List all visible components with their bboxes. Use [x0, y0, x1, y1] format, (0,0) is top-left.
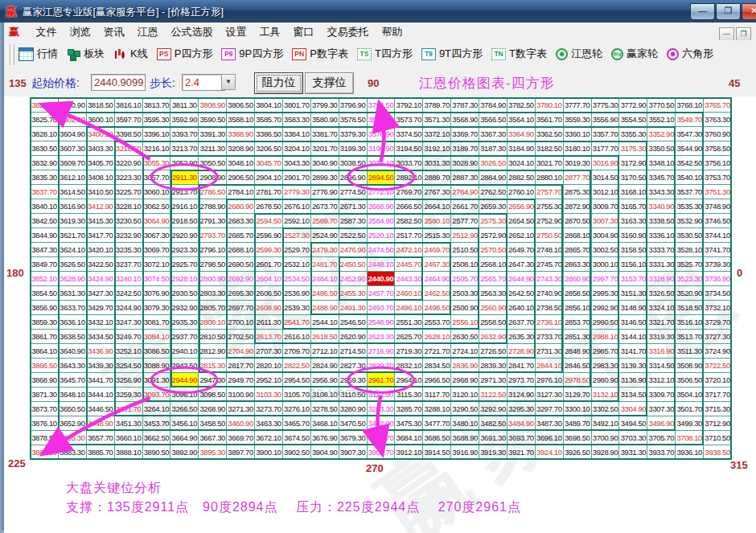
grid-cell: 2805.70 — [199, 301, 227, 315]
grid-cell: 2572.90 — [479, 228, 507, 243]
controls-row: 135 起始价格: 2440.9099 步长: 2.4 ▼ 阻力位 支撑位 90… — [4, 69, 756, 96]
step-select[interactable]: 2.4 — [182, 74, 225, 91]
grid-cell: 3242.50 — [115, 286, 143, 301]
grid-cell: 3736.90 — [704, 272, 732, 286]
grid-cell: 3789.70 — [423, 98, 451, 113]
toolbar-item-t-table[interactable]: TNT数字表 — [491, 47, 547, 61]
grid-cell: 3861.70 — [31, 330, 59, 344]
grid-cell: 3537.70 — [676, 185, 704, 199]
grid-cell: 2956.90 — [311, 373, 339, 387]
grid-cell: 2452.90 — [339, 272, 368, 286]
grid-cell: 2443.30 — [395, 272, 423, 286]
menu-item-9[interactable]: 帮助 — [375, 23, 409, 39]
grid-cell: 3237.70 — [115, 257, 143, 272]
grid-cell: 2565.70 — [479, 272, 507, 286]
grid-cell: 3009.70 — [592, 199, 620, 214]
grid-cell: 3907.30 — [339, 445, 368, 460]
grid-cell: 2803.30 — [199, 286, 227, 301]
grid-cell: 2517.70 — [395, 228, 423, 243]
grid-cell: 3127.30 — [536, 387, 564, 402]
toolbar-item-kline[interactable]: K线 — [113, 47, 148, 61]
grid-cell: 3595.30 — [143, 113, 171, 127]
toolbar-item-9t-square[interactable]: T99T四方形 — [421, 47, 483, 61]
grid-cell: 3141.70 — [619, 344, 647, 359]
grid-cell: 2947.30 — [199, 373, 227, 387]
grid-highlight-cell: 2944.90 — [171, 373, 199, 387]
toolbar-item-p-square[interactable]: PSP四方形 — [157, 47, 213, 61]
grid-cell: 3676.90 — [311, 431, 339, 445]
grid-cell: 3388.90 — [227, 127, 255, 141]
menu-item-1[interactable]: 浏览 — [63, 23, 97, 39]
start-price-input[interactable]: 2440.9099 — [91, 74, 146, 91]
close-button[interactable]: ✕ — [742, 3, 756, 20]
toolbar-item-p-table[interactable]: PNP数字表 — [292, 47, 348, 61]
toolbar-item-label: 行情 — [37, 47, 58, 61]
grid-cell: 3604.90 — [59, 127, 87, 141]
toolbar-item-sectors[interactable]: 板块 — [67, 47, 105, 61]
grid-cell: 3552.10 — [647, 113, 676, 127]
grid-cell: 3072.10 — [143, 257, 171, 272]
menu-item-4[interactable]: 公式选股 — [164, 23, 219, 39]
grid-cell: 3566.50 — [479, 113, 507, 127]
grid-cell: 2980.90 — [592, 373, 620, 387]
grid-cell: 3792.10 — [395, 98, 423, 113]
grid-cell: 3228.10 — [115, 199, 143, 214]
grid-cell: 3232.90 — [115, 228, 143, 243]
grid-cell: 3093.70 — [143, 387, 171, 402]
toolbar-item-gann-wheel[interactable]: ◉江恩轮 — [556, 47, 602, 61]
grid-cell: 3616.90 — [59, 199, 87, 214]
grid-cell: 3184.90 — [507, 141, 536, 156]
toolbar-item-9p-square[interactable]: P99P四方形 — [221, 47, 283, 61]
grid-cell: 3055.30 — [143, 156, 171, 170]
grid-cell: 2584.90 — [368, 214, 396, 228]
grid-cell: 3753.70 — [704, 170, 732, 185]
grid-cell: 3508.90 — [676, 359, 704, 373]
grid-cell: 3259.30 — [115, 387, 143, 402]
grid-cell: 3163.30 — [619, 214, 647, 228]
mdi-button-1[interactable]: ❐ — [736, 27, 751, 41]
toolbar-item-t-square[interactable]: TST四方形 — [357, 47, 413, 61]
toolbar-item-quotes[interactable]: 行情 — [18, 47, 58, 61]
grid-cell: 3026.50 — [479, 156, 507, 170]
grid-cell: 3069.70 — [143, 243, 171, 257]
menu-item-0[interactable]: 文件 — [29, 23, 63, 39]
menu-item-5[interactable]: 设置 — [219, 23, 253, 39]
mdi-button-0[interactable]: — — [719, 27, 734, 41]
grid-cell: 3194.50 — [395, 141, 423, 156]
grid-cell: 3110.50 — [339, 387, 368, 402]
grid-cell: 3628.90 — [59, 272, 87, 286]
grid-cell: 3662.50 — [143, 431, 171, 445]
toolbar-item-hexagon[interactable]: ◉六角形 — [667, 47, 713, 61]
p-table-icon: PN — [292, 48, 306, 60]
grid-cell: 3021.70 — [536, 156, 564, 170]
chart-title: 江恩价格图表-四方形 — [419, 74, 555, 92]
grid-cell: 2479.30 — [311, 243, 339, 257]
step-select-dropdown-icon[interactable]: ▼ — [221, 74, 236, 90]
minimize-button[interactable]: — — [690, 3, 715, 20]
menu-item-8[interactable]: 交易委托 — [320, 23, 375, 39]
restore-button[interactable]: ❐ — [716, 3, 741, 20]
grid-cell: 3477.70 — [423, 416, 451, 431]
grid-cell: 3636.10 — [59, 315, 87, 330]
resistance-button[interactable]: 阻力位 — [254, 72, 303, 94]
hexagon-icon: ◉ — [667, 48, 679, 60]
toolbar-item-winner-wheel[interactable]: Big赢家轮 — [611, 47, 658, 61]
support-button[interactable]: 支撑位 — [305, 72, 354, 94]
grid-cell: 3590.50 — [199, 113, 227, 127]
grid-cell: 2472.10 — [395, 243, 423, 257]
grid-cell: 3489.70 — [564, 416, 592, 431]
grid-cell: 2966.50 — [423, 373, 451, 387]
menu-item-6[interactable]: 工具 — [253, 23, 286, 39]
grid-cell: 2642.50 — [507, 286, 536, 301]
grid-cell: 2522.50 — [339, 228, 368, 243]
grid-cell: 3086.50 — [143, 344, 171, 359]
grid-cell: 2486.50 — [311, 286, 339, 301]
grid-cell: 3321.70 — [647, 315, 676, 330]
menu-item-2[interactable]: 资讯 — [97, 23, 130, 39]
grid-cell: 2644.90 — [507, 272, 536, 286]
menu-item-7[interactable]: 窗口 — [286, 23, 320, 39]
grid-highlight-cell: 2911.30 — [171, 170, 199, 185]
grid-cell: 2925.70 — [171, 257, 199, 272]
grid-cell: 3386.50 — [255, 127, 283, 141]
menu-item-3[interactable]: 江恩 — [130, 23, 164, 39]
